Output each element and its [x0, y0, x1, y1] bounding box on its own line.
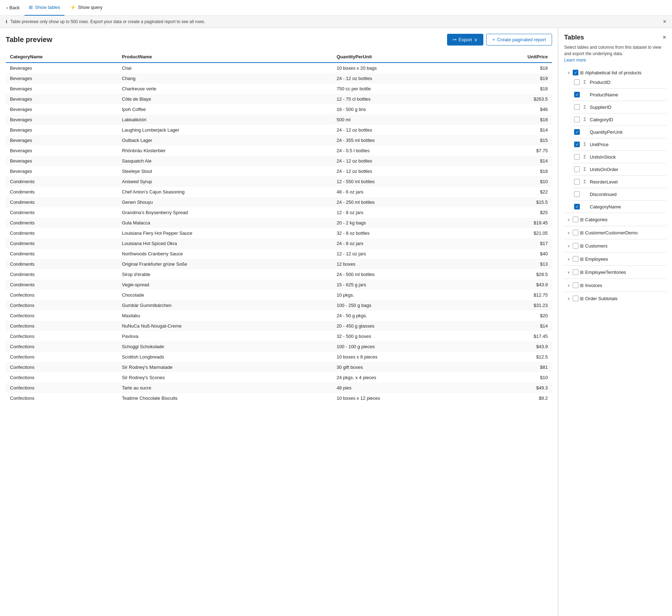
- table-cell: Condiments: [6, 176, 118, 187]
- col-checkbox[interactable]: [574, 154, 580, 160]
- col-row[interactable]: ✓CategoryName: [573, 202, 666, 211]
- tree-row[interactable]: ∨⊞Employees: [564, 254, 666, 264]
- table-row: BeveragesChang24 - 12 oz bottles$19: [6, 73, 552, 84]
- tree-item-checkbox[interactable]: [573, 256, 578, 262]
- tree-row[interactable]: ∨⊞Categories: [564, 214, 666, 224]
- col-row[interactable]: Discontinued: [573, 190, 666, 199]
- table-cell: Condiments: [6, 249, 118, 259]
- table-row: CondimentsGenen Shouyu24 - 250 ml bottle…: [6, 197, 552, 207]
- col-row[interactable]: ΣProductID: [573, 78, 666, 87]
- col-row[interactable]: ΣReorderLevel: [573, 177, 666, 186]
- tree-item-checkbox[interactable]: [573, 296, 578, 301]
- learn-more-link[interactable]: Learn more: [564, 58, 586, 63]
- table-cell: Louisiana Fiery Hot Pepper Sauce: [118, 228, 332, 238]
- tree-item: ∨⊞Order Subtotals: [564, 293, 666, 303]
- col-row[interactable]: ΣCategoryID: [573, 115, 666, 124]
- tree-row[interactable]: ∨⊞Order Subtotals: [564, 293, 666, 303]
- col-checkbox[interactable]: ✓: [574, 92, 580, 97]
- table-cell: $12.75: [474, 290, 552, 300]
- chevron-icon[interactable]: ∨: [566, 244, 571, 248]
- table-cell: Chartreuse verte: [118, 84, 332, 94]
- chevron-icon[interactable]: ∨: [566, 231, 571, 235]
- tree-item-label: Alphabetical list of products: [585, 70, 641, 75]
- col-checkbox[interactable]: [574, 179, 580, 185]
- table-cell: 100 - 100 g pieces: [332, 341, 474, 352]
- col-row[interactable]: ΣUnitsInStock: [573, 152, 666, 161]
- col-row[interactable]: ✓ΣUnitPrice: [573, 140, 666, 149]
- info-bar-close-button[interactable]: ×: [663, 18, 666, 25]
- tree-item-label: Order Subtotals: [585, 296, 618, 301]
- table-cell: Sir Rodney's Scones: [118, 372, 332, 383]
- col-row[interactable]: ✓QuantityPerUnit: [573, 127, 666, 137]
- col-row[interactable]: ΣUnitsOnOrder: [573, 165, 666, 174]
- table-grid-icon: ⊞: [580, 256, 584, 262]
- tree-item-checkbox[interactable]: [573, 217, 578, 222]
- show-query-tab[interactable]: ⚡ Show query: [66, 0, 107, 16]
- show-tables-label: Show tables: [35, 5, 60, 10]
- tree-item-checkbox[interactable]: [573, 243, 578, 249]
- tree-row[interactable]: ∨⊞Invoices: [564, 280, 666, 290]
- chevron-icon[interactable]: ∨: [566, 257, 571, 261]
- tree-item-checkbox[interactable]: [573, 282, 578, 288]
- col-checkbox[interactable]: [574, 79, 580, 85]
- chevron-icon[interactable]: ∨: [566, 218, 571, 222]
- tree-item-checkbox[interactable]: ✓: [573, 70, 578, 75]
- chevron-icon[interactable]: ∨: [566, 71, 571, 75]
- table-row: BeveragesSasquatch Ale24 - 12 oz bottles…: [6, 156, 552, 166]
- tree-item-checkbox[interactable]: [573, 230, 578, 235]
- chevron-icon[interactable]: ∨: [566, 270, 571, 274]
- table-row: CondimentsAniseed Syrup12 - 550 ml bottl…: [6, 176, 552, 187]
- export-button[interactable]: ↦ Export ∨: [447, 34, 484, 46]
- col-label: CategoryName: [590, 204, 621, 209]
- table-cell: Condiments: [6, 207, 118, 218]
- tree-item-checkbox[interactable]: [573, 269, 578, 275]
- table-cell: Confections: [6, 331, 118, 341]
- table-cell: $25: [474, 207, 552, 218]
- tree-row[interactable]: ∨⊞CustomerCustomerDemo: [564, 228, 666, 238]
- table-cell: Beverages: [6, 104, 118, 115]
- table-row: BeveragesIpoh Coffee16 - 500 g tins$46: [6, 104, 552, 115]
- table-cell: 20 - 2 kg bags: [332, 218, 474, 228]
- col-checkbox[interactable]: [574, 166, 580, 172]
- tree-row[interactable]: ∨⊞Customers: [564, 241, 666, 251]
- table-cell: Maxilaku: [118, 310, 332, 321]
- tables-panel-close-button[interactable]: ×: [662, 34, 666, 41]
- table-cell: 10 boxes x 12 pieces: [332, 393, 474, 403]
- table-row: BeveragesOutback Lager24 - 355 ml bottle…: [6, 135, 552, 145]
- col-checkbox[interactable]: ✓: [574, 204, 580, 209]
- table-cell: Sirop d'érable: [118, 269, 332, 280]
- table-cell: Condiments: [6, 259, 118, 269]
- chevron-icon[interactable]: ∨: [566, 283, 571, 287]
- tree-item: ∨✓⊞Alphabetical list of productsΣProduct…: [564, 68, 666, 213]
- table-cell: 10 boxes x 20 bags: [332, 63, 474, 73]
- table-cell: Confections: [6, 290, 118, 300]
- table-row: BeveragesRhönbräu Klosterbier24 - 0.5 l …: [6, 145, 552, 156]
- sigma-icon: Σ: [582, 142, 588, 147]
- table-row: BeveragesSteeleye Stout24 - 12 oz bottle…: [6, 166, 552, 176]
- show-tables-tab[interactable]: ⊞ Show tables: [25, 0, 64, 16]
- tree-row[interactable]: ∨⊞EmployeeTerritories: [564, 267, 666, 277]
- col-checkbox[interactable]: ✓: [574, 142, 580, 147]
- table-cell: $15: [474, 135, 552, 145]
- table-row: BeveragesCôte de Blaye12 - 75 cl bottles…: [6, 94, 552, 104]
- table-grid-icon: ⊞: [580, 243, 584, 249]
- tree-children: ΣProductID✓ProductNameΣSupplierIDΣCatego…: [564, 78, 666, 211]
- table-cell: Aniseed Syrup: [118, 176, 332, 187]
- table-cell: $18: [474, 84, 552, 94]
- col-checkbox[interactable]: ✓: [574, 129, 580, 135]
- col-row[interactable]: ✓ProductName: [573, 90, 666, 99]
- tree-row[interactable]: ∨✓⊞Alphabetical list of products: [564, 68, 666, 78]
- tree-item: ∨⊞Customers: [564, 241, 666, 253]
- col-label: UnitPrice: [590, 142, 609, 147]
- col-checkbox[interactable]: [574, 104, 580, 110]
- table-cell: $19: [474, 73, 552, 84]
- create-paginated-button[interactable]: + Create paginated report: [486, 34, 552, 46]
- table-row: ConfectionsSir Rodney's Marmalade30 gift…: [6, 362, 552, 372]
- chevron-icon[interactable]: ∨: [566, 297, 571, 301]
- data-table-container[interactable]: CategoryName ProductName QuantityPerUnit…: [6, 51, 552, 610]
- back-button[interactable]: ‹ Back: [3, 3, 23, 12]
- col-checkbox[interactable]: [574, 191, 580, 197]
- col-checkbox[interactable]: [574, 117, 580, 122]
- col-label: ProductName: [590, 92, 618, 97]
- col-row[interactable]: ΣSupplierID: [573, 102, 666, 112]
